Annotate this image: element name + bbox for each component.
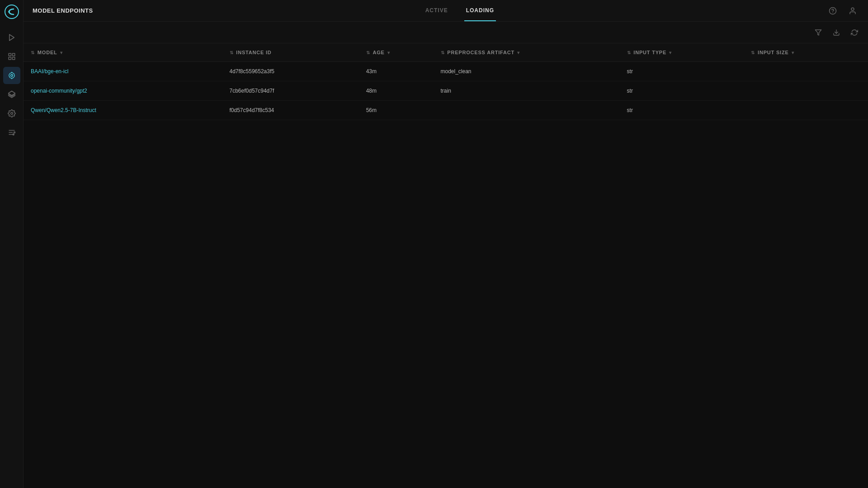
col-header-instance-id[interactable]: ⇅ INSTANCE ID [222,43,359,62]
svg-rect-5 [9,57,11,60]
table-row[interactable]: BAAI/bge-en-icl4d7f8c559652a3f543mmodel_… [24,62,868,81]
svg-rect-3 [9,53,11,56]
sidebar-item-deploy[interactable] [3,29,20,46]
sort-icon-model: ⇅ [31,50,35,55]
filter-icon-preprocess: ▾ [517,50,520,55]
filter-icon-inputsize: ▾ [792,50,794,55]
tab-active[interactable]: ACTIVE [424,0,450,21]
top-header: MODEL ENDPOINTS ACTIVE LOADING [24,0,868,22]
sidebar-nav [0,29,23,141]
endpoints-table: ⇅ MODEL ▾ ⇅ INSTANCE ID ⇅ [24,43,868,120]
sidebar-item-pipelines[interactable] [3,124,20,141]
col-header-age[interactable]: ⇅ AGE ▾ [359,43,434,62]
download-button[interactable] [830,26,843,39]
toolbar [24,22,868,43]
sidebar-item-endpoints[interactable] [3,67,20,84]
app-logo[interactable] [4,4,20,20]
svg-point-16 [14,132,15,133]
sort-icon-instance: ⇅ [230,50,234,55]
sidebar-item-grid[interactable] [3,48,20,65]
sidebar [0,0,24,488]
filter-button[interactable] [812,26,825,39]
table-row[interactable]: openai-community/gpt27cb6ef0d57c94d7f48m… [24,81,868,101]
svg-point-1 [8,11,10,13]
header-tabs: ACTIVE LOADING [424,0,496,21]
filter-icon-model: ▾ [60,50,63,55]
help-icon-btn[interactable] [826,5,839,17]
filter-icon-age: ▾ [387,50,390,55]
col-header-preprocess[interactable]: ⇅ PREPROCESS ARTIFACT ▾ [434,43,620,62]
table-header-row: ⇅ MODEL ▾ ⇅ INSTANCE ID ⇅ [24,43,868,62]
filter-icon-inputtype: ▾ [669,50,672,55]
svg-point-12 [10,113,13,115]
svg-point-20 [851,8,854,10]
svg-marker-2 [9,34,14,41]
table-row[interactable]: Qwen/Qwen2.5-7B-Instructf0d57c94d7f8c534… [24,101,868,120]
sort-icon-age: ⇅ [366,50,370,55]
svg-point-8 [9,73,14,78]
svg-point-7 [10,75,13,77]
svg-marker-21 [815,30,821,35]
svg-rect-6 [12,57,14,60]
sort-icon-inputtype: ⇅ [627,50,631,55]
svg-point-0 [5,5,19,19]
user-icon-btn[interactable] [846,5,859,17]
table-body: BAAI/bge-en-icl4d7f8c559652a3f543mmodel_… [24,62,868,120]
refresh-button[interactable] [848,26,861,39]
sort-icon-inputsize: ⇅ [751,50,755,55]
col-header-input-type[interactable]: ⇅ INPUT TYPE ▾ [620,43,744,62]
sidebar-item-layers[interactable] [3,86,20,103]
page-title: MODEL ENDPOINTS [33,7,93,14]
sort-icon-preprocess: ⇅ [441,50,445,55]
header-actions [826,5,859,17]
tab-loading[interactable]: LOADING [464,0,496,21]
sidebar-item-settings[interactable] [3,105,20,122]
main-content: MODEL ENDPOINTS ACTIVE LOADING [24,0,868,488]
svg-rect-4 [12,53,14,56]
table-container: ⇅ MODEL ▾ ⇅ INSTANCE ID ⇅ [24,43,868,488]
col-header-input-size[interactable]: ⇅ INPUT SIZE ▾ [744,43,868,62]
col-header-model[interactable]: ⇅ MODEL ▾ [24,43,222,62]
